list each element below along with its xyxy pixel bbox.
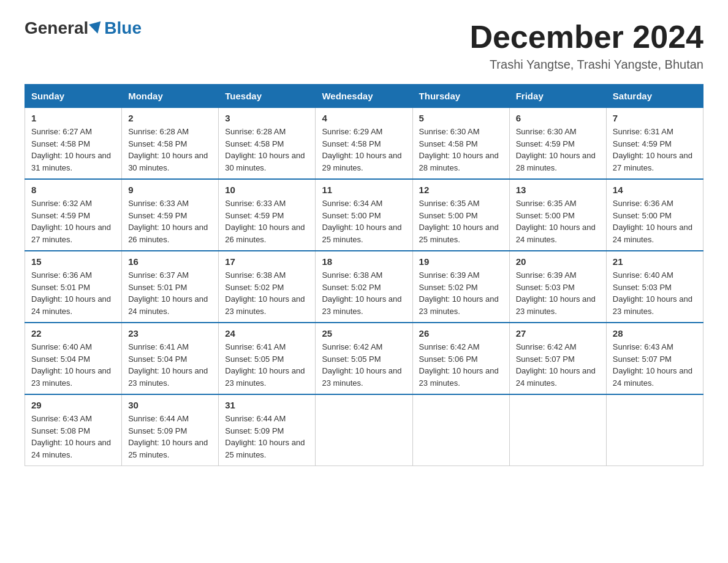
- table-row: [316, 394, 412, 466]
- table-row: 18 Sunrise: 6:38 AMSunset: 5:02 PMDaylig…: [316, 251, 412, 323]
- day-info: Sunrise: 6:28 AMSunset: 4:58 PMDaylight:…: [128, 127, 208, 172]
- day-info: Sunrise: 6:30 AMSunset: 4:58 PMDaylight:…: [419, 127, 499, 172]
- logo: General Blue: [25, 18, 142, 38]
- day-number: 17: [225, 256, 309, 267]
- day-info: Sunrise: 6:39 AMSunset: 5:03 PMDaylight:…: [516, 270, 596, 316]
- day-number: 5: [419, 113, 503, 123]
- table-row: 17 Sunrise: 6:38 AMSunset: 5:02 PMDaylig…: [219, 251, 316, 323]
- table-row: 10 Sunrise: 6:33 AMSunset: 4:59 PMDaylig…: [219, 179, 316, 251]
- day-info: Sunrise: 6:42 AMSunset: 5:07 PMDaylight:…: [516, 342, 596, 388]
- day-info: Sunrise: 6:28 AMSunset: 4:58 PMDaylight:…: [225, 127, 305, 172]
- table-row: 4 Sunrise: 6:29 AMSunset: 4:58 PMDayligh…: [316, 108, 412, 180]
- day-number: 20: [516, 256, 600, 267]
- day-info: Sunrise: 6:30 AMSunset: 4:59 PMDaylight:…: [516, 127, 596, 172]
- calendar-week-row: 1 Sunrise: 6:27 AMSunset: 4:58 PMDayligh…: [25, 108, 703, 180]
- day-info: Sunrise: 6:39 AMSunset: 5:02 PMDaylight:…: [419, 270, 499, 316]
- day-info: Sunrise: 6:43 AMSunset: 5:07 PMDaylight:…: [613, 342, 692, 388]
- table-row: 29 Sunrise: 6:43 AMSunset: 5:08 PMDaylig…: [25, 394, 122, 466]
- day-info: Sunrise: 6:27 AMSunset: 4:58 PMDaylight:…: [31, 127, 111, 172]
- day-number: 6: [516, 113, 600, 123]
- day-number: 28: [613, 328, 697, 339]
- table-row: 5 Sunrise: 6:30 AMSunset: 4:58 PMDayligh…: [412, 108, 509, 180]
- day-number: 18: [322, 256, 406, 267]
- day-number: 29: [31, 400, 115, 410]
- table-row: 27 Sunrise: 6:42 AMSunset: 5:07 PMDaylig…: [509, 323, 606, 394]
- table-row: 6 Sunrise: 6:30 AMSunset: 4:59 PMDayligh…: [509, 108, 606, 180]
- logo-triangle-icon: [89, 21, 104, 36]
- day-number: 14: [613, 185, 697, 195]
- day-info: Sunrise: 6:34 AMSunset: 5:00 PMDaylight:…: [322, 199, 401, 244]
- day-number: 26: [419, 328, 503, 339]
- calendar-week-row: 22 Sunrise: 6:40 AMSunset: 5:04 PMDaylig…: [25, 323, 703, 394]
- table-row: [509, 394, 606, 466]
- logo-blue-text: Blue: [104, 18, 142, 38]
- day-info: Sunrise: 6:35 AMSunset: 5:00 PMDaylight:…: [516, 199, 596, 244]
- table-row: 8 Sunrise: 6:32 AMSunset: 4:59 PMDayligh…: [25, 179, 122, 251]
- table-row: 23 Sunrise: 6:41 AMSunset: 5:04 PMDaylig…: [122, 323, 219, 394]
- page-header: General Blue December 2024 Trashi Yangts…: [25, 18, 703, 72]
- col-friday: Friday: [509, 85, 606, 108]
- day-info: Sunrise: 6:38 AMSunset: 5:02 PMDaylight:…: [322, 270, 401, 316]
- day-number: 11: [322, 185, 406, 195]
- day-number: 7: [613, 113, 697, 123]
- table-row: 9 Sunrise: 6:33 AMSunset: 4:59 PMDayligh…: [122, 179, 219, 251]
- day-number: 4: [322, 113, 406, 123]
- col-monday: Monday: [122, 85, 219, 108]
- day-number: 16: [128, 256, 212, 267]
- day-info: Sunrise: 6:37 AMSunset: 5:01 PMDaylight:…: [128, 270, 208, 316]
- day-number: 19: [419, 256, 503, 267]
- day-number: 23: [128, 328, 212, 339]
- subtitle: Trashi Yangtse, Trashi Yangste, Bhutan: [469, 58, 703, 72]
- col-wednesday: Wednesday: [316, 85, 412, 108]
- calendar-week-row: 29 Sunrise: 6:43 AMSunset: 5:08 PMDaylig…: [25, 394, 703, 466]
- day-info: Sunrise: 6:41 AMSunset: 5:04 PMDaylight:…: [128, 342, 208, 388]
- day-number: 3: [225, 113, 309, 123]
- calendar-table: Sunday Monday Tuesday Wednesday Thursday…: [25, 84, 703, 466]
- table-row: 11 Sunrise: 6:34 AMSunset: 5:00 PMDaylig…: [316, 179, 412, 251]
- day-info: Sunrise: 6:43 AMSunset: 5:08 PMDaylight:…: [31, 414, 111, 459]
- table-row: 2 Sunrise: 6:28 AMSunset: 4:58 PMDayligh…: [122, 108, 219, 180]
- day-number: 13: [516, 185, 600, 195]
- table-row: 13 Sunrise: 6:35 AMSunset: 5:00 PMDaylig…: [509, 179, 606, 251]
- day-info: Sunrise: 6:33 AMSunset: 4:59 PMDaylight:…: [128, 199, 208, 244]
- calendar-week-row: 8 Sunrise: 6:32 AMSunset: 4:59 PMDayligh…: [25, 179, 703, 251]
- table-row: [412, 394, 509, 466]
- day-number: 27: [516, 328, 600, 339]
- day-info: Sunrise: 6:44 AMSunset: 5:09 PMDaylight:…: [225, 414, 305, 459]
- day-number: 22: [31, 328, 115, 339]
- calendar-header-row: Sunday Monday Tuesday Wednesday Thursday…: [25, 85, 703, 108]
- day-info: Sunrise: 6:35 AMSunset: 5:00 PMDaylight:…: [419, 199, 499, 244]
- day-info: Sunrise: 6:42 AMSunset: 5:05 PMDaylight:…: [322, 342, 401, 388]
- day-number: 2: [128, 113, 212, 123]
- day-info: Sunrise: 6:41 AMSunset: 5:05 PMDaylight:…: [225, 342, 305, 388]
- day-number: 21: [613, 256, 697, 267]
- day-number: 8: [31, 185, 115, 195]
- day-info: Sunrise: 6:44 AMSunset: 5:09 PMDaylight:…: [128, 414, 208, 459]
- day-number: 12: [419, 185, 503, 195]
- day-info: Sunrise: 6:40 AMSunset: 5:03 PMDaylight:…: [613, 270, 692, 316]
- table-row: 15 Sunrise: 6:36 AMSunset: 5:01 PMDaylig…: [25, 251, 122, 323]
- col-sunday: Sunday: [25, 85, 122, 108]
- table-row: 1 Sunrise: 6:27 AMSunset: 4:58 PMDayligh…: [25, 108, 122, 180]
- day-number: 15: [31, 256, 115, 267]
- table-row: 20 Sunrise: 6:39 AMSunset: 5:03 PMDaylig…: [509, 251, 606, 323]
- day-info: Sunrise: 6:32 AMSunset: 4:59 PMDaylight:…: [31, 199, 111, 244]
- table-row: 19 Sunrise: 6:39 AMSunset: 5:02 PMDaylig…: [412, 251, 509, 323]
- day-number: 24: [225, 328, 309, 339]
- table-row: 16 Sunrise: 6:37 AMSunset: 5:01 PMDaylig…: [122, 251, 219, 323]
- table-row: [606, 394, 703, 466]
- day-number: 31: [225, 400, 309, 410]
- day-info: Sunrise: 6:38 AMSunset: 5:02 PMDaylight:…: [225, 270, 305, 316]
- title-block: December 2024 Trashi Yangtse, Trashi Yan…: [469, 18, 703, 72]
- table-row: 22 Sunrise: 6:40 AMSunset: 5:04 PMDaylig…: [25, 323, 122, 394]
- col-saturday: Saturday: [606, 85, 703, 108]
- table-row: 30 Sunrise: 6:44 AMSunset: 5:09 PMDaylig…: [122, 394, 219, 466]
- day-info: Sunrise: 6:31 AMSunset: 4:59 PMDaylight:…: [613, 127, 692, 172]
- day-number: 9: [128, 185, 212, 195]
- day-number: 30: [128, 400, 212, 410]
- table-row: 28 Sunrise: 6:43 AMSunset: 5:07 PMDaylig…: [606, 323, 703, 394]
- day-info: Sunrise: 6:40 AMSunset: 5:04 PMDaylight:…: [31, 342, 111, 388]
- table-row: 26 Sunrise: 6:42 AMSunset: 5:06 PMDaylig…: [412, 323, 509, 394]
- day-number: 1: [31, 113, 115, 123]
- day-info: Sunrise: 6:42 AMSunset: 5:06 PMDaylight:…: [419, 342, 499, 388]
